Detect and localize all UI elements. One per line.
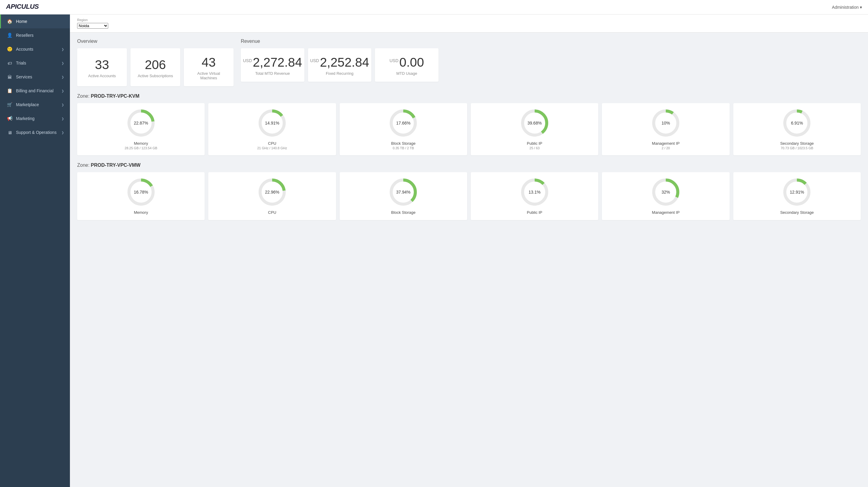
donut-card-1-1: 22.96% CPU <box>208 172 336 220</box>
stat-number: USD2,272.84 <box>243 56 302 69</box>
sidebar-item-resellers[interactable]: 👤 Resellers <box>0 28 70 42</box>
sidebar-label-billing: Billing and Financial <box>16 88 54 93</box>
marketing-icon: 📢 <box>7 116 12 121</box>
donut-wrapper: 12.91% <box>782 177 812 207</box>
chevron-icon: ❯ <box>61 48 64 51</box>
stat-number: 206 <box>145 58 166 72</box>
donut-title: CPU <box>268 141 276 146</box>
usd-label: USD <box>390 58 398 63</box>
donut-wrapper: 14.91% <box>257 108 287 138</box>
sidebar-item-left: 🏠 Home <box>7 19 27 24</box>
chevron-icon: ❯ <box>61 103 64 106</box>
chevron-icon: ❯ <box>61 75 64 79</box>
sidebar-item-billing[interactable]: 📋 Billing and Financial ❯ <box>0 84 70 98</box>
stat-label: MTD Usage <box>396 71 417 76</box>
region-label: Region <box>77 18 861 22</box>
stat-label: Active Subscriptions <box>138 73 173 78</box>
donut-title: Public IP <box>527 141 542 146</box>
resellers-icon: 👤 <box>7 33 12 38</box>
sidebar-item-left: 📋 Billing and Financial <box>7 88 54 93</box>
donut-wrapper: 6.91% <box>782 108 812 138</box>
chevron-icon: ❯ <box>61 89 64 93</box>
donut-subtitle: 25 / 63 <box>530 146 540 150</box>
sidebar-item-home[interactable]: 🏠 Home <box>0 14 70 28</box>
sidebar-item-services[interactable]: 🏛 Services ❯ <box>0 70 70 84</box>
sidebar-item-left: 👤 Resellers <box>7 33 33 38</box>
donut-subtitle: 28.25 GB / 123.54 GB <box>125 146 157 150</box>
stat-label: Total MTD Revenue <box>255 71 290 76</box>
stat-number: USD2,252.84 <box>310 56 369 69</box>
zone-cards-row-0: 22.87% Memory 28.25 GB / 123.54 GB 14.91… <box>77 103 861 155</box>
donut-subtitle: 0.35 TB / 2 TB <box>393 146 414 150</box>
content-area: Region NoidaMumbaiDelhiBangalore Overvie… <box>70 14 868 487</box>
donut-wrapper: 13.1% <box>520 177 550 207</box>
donut-wrapper: 17.66% <box>388 108 418 138</box>
zone-section-1: Zone: PROD-TRY-VPC-VMW 16.78% Memory 22.… <box>77 162 861 220</box>
zone-name: PROD-TRY-VPC-KVM <box>91 93 139 99</box>
donut-card-1-3: 13.1% Public IP <box>471 172 598 220</box>
revenue-stat-card: USD0.00 MTD Usage <box>375 48 438 82</box>
revenue-title: Revenue <box>241 39 438 44</box>
donut-card-0-1: 14.91% CPU 21 GHz / 140.8 GHz <box>208 103 336 155</box>
donut-center-pct: 14.91% <box>265 121 279 125</box>
sidebar-item-marketplace[interactable]: 🛒 Marketplace ❯ <box>0 98 70 112</box>
donut-center-pct: 13.1% <box>529 190 541 194</box>
overview-stat-card: 206 Active Subscriptions <box>130 48 180 86</box>
overview-cards: 33 Active Accounts 206 Active Subscripti… <box>77 48 234 86</box>
sidebar-item-marketing[interactable]: 📢 Marketing ❯ <box>0 112 70 125</box>
admin-chevron-icon: ▾ <box>860 5 862 10</box>
admin-label: Administration <box>832 5 859 10</box>
main-layout: 🏠 Home 👤 Resellers 🙂 Accounts ❯ 🏷 Trials… <box>0 14 868 487</box>
donut-center-pct: 39.68% <box>527 121 541 125</box>
zone-name: PROD-TRY-VPC-VMW <box>91 162 141 168</box>
sidebar-label-support: Support & Operations <box>16 130 57 135</box>
donut-wrapper: 22.96% <box>257 177 287 207</box>
revenue-stat-card: USD2,252.84 Fixed Recurring <box>308 48 372 82</box>
region-select[interactable]: NoidaMumbaiDelhiBangalore <box>77 23 108 29</box>
topbar: APICULUS Administration ▾ <box>0 0 868 14</box>
donut-card-1-4: 32% Management IP <box>602 172 730 220</box>
donut-title: Management IP <box>652 141 680 146</box>
sidebar-item-accounts[interactable]: 🙂 Accounts ❯ <box>0 42 70 56</box>
donut-card-1-0: 16.78% Memory <box>77 172 205 220</box>
donut-center-pct: 6.91% <box>791 121 803 125</box>
zones-container: Zone: PROD-TRY-VPC-KVM 22.87% Memory 28.… <box>77 93 861 220</box>
overview-stat-card: 43 Active Virtual Machines <box>184 48 234 86</box>
sidebar-label-resellers: Resellers <box>16 33 33 38</box>
donut-center-pct: 37.94% <box>396 190 410 194</box>
home-icon: 🏠 <box>7 19 12 24</box>
donut-center-pct: 22.87% <box>134 121 148 125</box>
region-bar: Region NoidaMumbaiDelhiBangalore <box>70 14 868 33</box>
overview-section: Overview 33 Active Accounts 206 Active S… <box>77 39 234 86</box>
overview-stat-card: 33 Active Accounts <box>77 48 127 86</box>
sidebar-item-trials[interactable]: 🏷 Trials ❯ <box>0 56 70 70</box>
admin-menu[interactable]: Administration ▾ <box>832 5 862 10</box>
sidebar-label-accounts: Accounts <box>16 47 33 52</box>
donut-wrapper: 37.94% <box>388 177 418 207</box>
chevron-icon: ❯ <box>61 62 64 65</box>
sidebar-label-home: Home <box>16 19 27 24</box>
sidebar-label-services: Services <box>16 74 32 79</box>
sidebar-item-support[interactable]: 🖥 Support & Operations ❯ <box>0 125 70 139</box>
donut-center-pct: 12.91% <box>790 190 804 194</box>
usd-label: USD <box>310 58 319 63</box>
donut-title: CPU <box>268 210 276 215</box>
billing-icon: 📋 <box>7 88 12 93</box>
donut-card-1-5: 12.91% Secondary Storage <box>733 172 861 220</box>
region-select-wrapper[interactable]: NoidaMumbaiDelhiBangalore <box>77 23 108 29</box>
donut-wrapper: 32% <box>651 177 681 207</box>
donut-title: Secondary Storage <box>780 141 814 146</box>
chevron-icon: ❯ <box>61 131 64 134</box>
stat-label: Fixed Recurring <box>326 71 353 76</box>
revenue-stat-card: USD2,272.84 Total MTD Revenue <box>241 48 304 82</box>
donut-wrapper: 39.68% <box>520 108 550 138</box>
sidebar-item-left: 🛒 Marketplace <box>7 102 39 108</box>
overview-title: Overview <box>77 39 234 44</box>
zone-cards-row-1: 16.78% Memory 22.96% CPU 37.94% <box>77 172 861 220</box>
app-logo: APICULUS <box>6 2 48 12</box>
support-icon: 🖥 <box>7 130 12 135</box>
zone-header-1: Zone: PROD-TRY-VPC-VMW <box>77 162 861 168</box>
overview-revenue-row: Overview 33 Active Accounts 206 Active S… <box>77 39 861 86</box>
donut-center-pct: 10% <box>661 121 670 125</box>
usd-label: USD <box>243 58 252 63</box>
